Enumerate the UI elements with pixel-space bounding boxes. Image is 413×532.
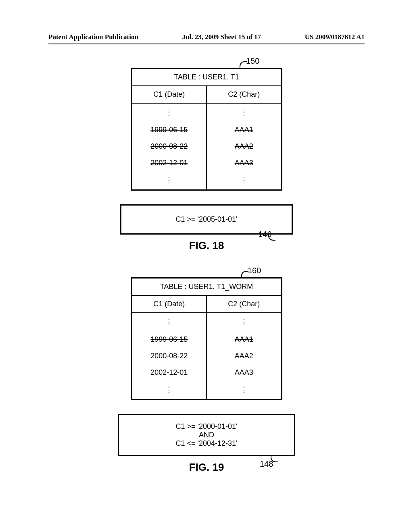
fig-18-block: 150 TABLE : USER1. T1 C1 (Date) C2 (Char… xyxy=(0,68,413,252)
ellipsis-icon xyxy=(206,381,282,400)
table-160-wrap: TABLE : USER1. T1_WORM C1 (Date) C2 (Cha… xyxy=(131,277,282,400)
ellipsis-icon xyxy=(131,381,206,400)
condition-line: C1 >= '2000-01-01' xyxy=(131,422,282,431)
col-header-c1: C1 (Date) xyxy=(131,295,206,313)
ellipsis-icon xyxy=(206,103,282,122)
table-160: TABLE : USER1. T1_WORM C1 (Date) C2 (Cha… xyxy=(131,277,282,400)
condition-line: C1 <= '2004-12-31' xyxy=(131,439,282,448)
fig-19-caption: FIG. 19 xyxy=(0,461,413,474)
header-rule xyxy=(48,44,365,44)
table-150: TABLE : USER1. T1 C1 (Date) C2 (Char) 19… xyxy=(131,68,282,191)
ref-label-148: 148 xyxy=(260,459,273,469)
header-center: Jul. 23, 2009 Sheet 15 of 17 xyxy=(182,33,261,41)
cell-c1: 2000-08-22 xyxy=(150,142,188,150)
ellipsis-icon xyxy=(206,171,282,190)
cell-c1: 2002-12-01 xyxy=(150,368,188,376)
cell-c2: AAA2 xyxy=(235,142,253,150)
header-left: Patent Application Publication xyxy=(48,33,138,41)
ellipsis-icon xyxy=(131,171,206,190)
cell-c2: AAA1 xyxy=(235,126,253,134)
cell-c1: 1999-06-15 xyxy=(150,335,188,343)
page-header: Patent Application Publication Jul. 23, … xyxy=(48,33,365,41)
fig-18-caption: FIG. 18 xyxy=(0,239,413,252)
table-title: TABLE : USER1. T1 xyxy=(131,69,282,86)
cell-c2: AAA3 xyxy=(235,159,253,167)
col-header-c2: C2 (Char) xyxy=(206,86,282,103)
condition-line: AND xyxy=(131,431,282,439)
cell-c2: AAA3 xyxy=(235,368,253,376)
ref-label-150: 150 xyxy=(246,56,259,66)
cell-c1: 2002-12-01 xyxy=(150,159,188,167)
table-title: TABLE : USER1. T1_WORM xyxy=(131,278,282,296)
col-header-c2: C2 (Char) xyxy=(206,295,282,313)
ellipsis-icon xyxy=(131,313,206,331)
ellipsis-icon xyxy=(131,103,206,122)
header-right: US 2009/0187612 A1 xyxy=(305,33,365,41)
cell-c2: AAA1 xyxy=(235,335,253,343)
condition-text: C1 >= '2005-01-01' xyxy=(176,215,238,223)
fig-19-block: 160 TABLE : USER1. T1_WORM C1 (Date) C2 … xyxy=(0,277,413,474)
condition-box-148: C1 >= '2000-01-01' AND C1 <= '2004-12-31… xyxy=(118,414,295,456)
ref-label-146: 146 xyxy=(258,230,271,239)
ref-label-160: 160 xyxy=(248,266,261,275)
table-150-wrap: TABLE : USER1. T1 C1 (Date) C2 (Char) 19… xyxy=(131,68,282,191)
cell-c2: AAA2 xyxy=(235,352,253,360)
col-header-c1: C1 (Date) xyxy=(131,86,206,103)
cell-c1: 2000-08-22 xyxy=(150,352,188,360)
cell-c1: 1999-06-15 xyxy=(150,126,188,134)
ellipsis-icon xyxy=(206,313,282,331)
